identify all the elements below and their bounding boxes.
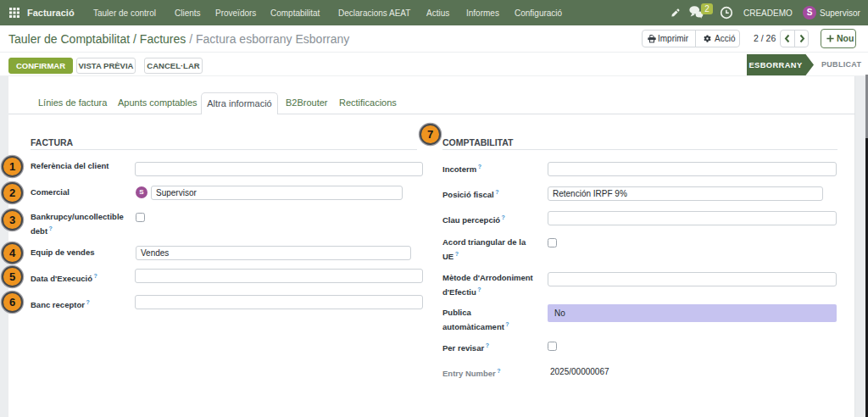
svg-text:ESBORRANY: ESBORRANY [748,61,802,70]
